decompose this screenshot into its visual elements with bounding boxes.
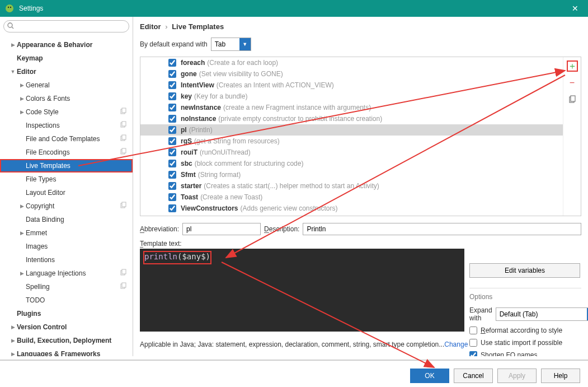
- expand-combo-input[interactable]: [211, 38, 239, 50]
- template-checkbox[interactable]: [168, 126, 176, 134]
- svg-rect-18: [122, 283, 126, 287]
- templates-toolbar: ＋ −: [563, 57, 581, 216]
- tree-item-keymap[interactable]: Keymap: [0, 52, 133, 65]
- tree-item-todo[interactable]: TODO: [0, 293, 133, 307]
- template-checkbox[interactable]: [168, 104, 176, 111]
- tree-item-data-binding[interactable]: Data Binding: [0, 213, 133, 226]
- search-input[interactable]: [3, 20, 129, 32]
- template-checkbox[interactable]: [168, 137, 176, 145]
- template-item-noinstance[interactable]: noInstance (private empty constructor to…: [140, 113, 563, 124]
- template-checkbox[interactable]: [168, 160, 176, 167]
- templates-list[interactable]: foreach (Create a for each loop)gone (Se…: [140, 57, 563, 216]
- tree-item-languages-frameworks[interactable]: ▶Languages & Frameworks: [0, 347, 133, 356]
- template-item-key[interactable]: key (Key for a bundle): [140, 91, 563, 102]
- template-item-toast[interactable]: Toast (Create a new Toast): [140, 192, 563, 203]
- tree-item-editor[interactable]: ▼Editor: [0, 65, 133, 78]
- template-checkbox[interactable]: [168, 171, 176, 179]
- template-checkbox[interactable]: [168, 148, 176, 156]
- tree-arrow-icon: ▶: [18, 203, 26, 209]
- template-item-newinstance[interactable]: newInstance (create a new Fragment insta…: [140, 102, 563, 113]
- template-checkbox[interactable]: [168, 182, 176, 190]
- fields-row: Abbreviation: Description:: [133, 216, 588, 237]
- remove-icon[interactable]: −: [567, 77, 578, 88]
- tree-item-language-injections[interactable]: ▶Language Injections: [0, 267, 133, 280]
- template-text-label: emplate text:: [143, 240, 182, 248]
- tree-label: Colors & Fonts: [26, 95, 130, 102]
- static-import-checkbox[interactable]: [469, 339, 477, 347]
- template-item-sbc[interactable]: sbc (block comment for structuring code): [140, 158, 563, 169]
- template-item-intentview[interactable]: IntentView (Creates an Intent with ACTIO…: [140, 80, 563, 91]
- template-desc: (Adds generic view constructors): [240, 204, 337, 212]
- svg-rect-16: [122, 269, 126, 274]
- template-item-rgs[interactable]: rgS (get a String from resources): [140, 136, 563, 147]
- chevron-down-icon[interactable]: ▼: [239, 38, 251, 50]
- button-bar: OK Cancel Apply Help: [0, 360, 588, 387]
- tree-item-appearance-behavior[interactable]: ▶Appearance & Behavior: [0, 38, 133, 52]
- svg-rect-8: [122, 122, 126, 126]
- template-checkbox[interactable]: [168, 115, 176, 123]
- template-item-viewconstructors[interactable]: ViewConstructors (Adds generic view cons…: [140, 203, 563, 214]
- template-code-editor[interactable]: println($any$): [140, 249, 464, 332]
- expand-combo[interactable]: ▼: [211, 38, 251, 51]
- svg-rect-20: [571, 96, 575, 101]
- template-checkbox[interactable]: [168, 92, 176, 100]
- tree-item-file-and-code-templates[interactable]: File and Code Templates: [0, 132, 133, 146]
- tree-arrow-icon: ▶: [18, 230, 26, 236]
- tree-item-layout-editor[interactable]: Layout Editor: [0, 186, 133, 199]
- template-item-rouit[interactable]: rouiT (runOnUiThread): [140, 147, 563, 158]
- tree-label: Language Injections: [26, 269, 120, 277]
- tree-label: Intentions: [26, 256, 130, 264]
- copy-icon[interactable]: [567, 94, 578, 105]
- tree-item-images[interactable]: Images: [0, 240, 133, 253]
- svg-point-2: [10, 7, 11, 8]
- tree-item-file-encodings[interactable]: File Encodings: [0, 146, 133, 159]
- abbreviation-input[interactable]: [182, 223, 261, 235]
- template-item-pl[interactable]: pl (Println): [140, 124, 563, 136]
- add-icon[interactable]: ＋: [567, 60, 578, 72]
- tree-item-file-types[interactable]: File Types: [0, 172, 133, 186]
- tree-item-version-control[interactable]: ▶Version Control: [0, 320, 133, 334]
- template-checkbox[interactable]: [168, 204, 176, 212]
- template-item-starter[interactable]: starter (Creates a static start(...) hel…: [140, 180, 563, 192]
- tree-item-plugins[interactable]: Plugins: [0, 307, 133, 320]
- tree-item-general[interactable]: ▶General: [0, 78, 133, 92]
- shorten-fq-checkbox[interactable]: [469, 351, 477, 356]
- tree-arrow-icon: ▶: [18, 271, 26, 276]
- tree-item-intentions[interactable]: Intentions: [0, 253, 133, 267]
- tree-item-build-execution-deployment[interactable]: ▶Build, Execution, Deployment: [0, 334, 133, 347]
- cancel-button[interactable]: Cancel: [454, 369, 493, 383]
- reformat-label: Reformat according to style: [481, 327, 562, 334]
- editor-right-panel: Edit variables Options Expand with ▼ Ref…: [469, 263, 581, 356]
- reformat-checkbox[interactable]: [469, 327, 477, 334]
- change-link[interactable]: Change: [444, 341, 468, 348]
- template-checkbox[interactable]: [168, 59, 176, 67]
- tree-item-code-style[interactable]: ▶Code Style: [0, 105, 133, 119]
- template-item-sfmt[interactable]: Sfmt (String format): [140, 169, 563, 180]
- template-name: rouiT: [181, 148, 197, 156]
- edit-variables-button[interactable]: Edit variables: [469, 263, 580, 278]
- tree-item-spelling[interactable]: Spelling: [0, 280, 133, 293]
- template-item-foreach[interactable]: foreach (Create a for each loop): [140, 57, 563, 68]
- tree-item-emmet[interactable]: ▶Emmet: [0, 226, 133, 240]
- shorten-fq-label: Shorten FQ names: [481, 351, 537, 356]
- tree-arrow-icon: ▶: [18, 96, 26, 101]
- template-name: pl: [181, 126, 187, 134]
- template-checkbox[interactable]: [168, 70, 176, 78]
- template-checkbox[interactable]: [168, 81, 176, 89]
- close-icon[interactable]: ✕: [567, 4, 584, 13]
- template-item-gone[interactable]: gone (Set view visibility to GONE): [140, 68, 563, 80]
- expand-with-combo[interactable]: ▼: [496, 307, 588, 321]
- tree-item-colors-fonts[interactable]: ▶Colors & Fonts: [0, 92, 133, 105]
- help-button[interactable]: Help: [541, 369, 580, 383]
- copy-indicator-icon: [120, 134, 127, 143]
- ok-button[interactable]: OK: [410, 369, 449, 383]
- template-desc: (get a String from resources): [194, 137, 280, 145]
- description-input[interactable]: [303, 223, 581, 235]
- template-checkbox[interactable]: [168, 193, 176, 201]
- template-name: gone: [181, 70, 197, 78]
- tree-item-inspections[interactable]: Inspections: [0, 119, 133, 132]
- apply-button[interactable]: Apply: [497, 369, 537, 383]
- tree-item-live-templates[interactable]: Live Templates: [0, 159, 133, 172]
- tree-item-copyright[interactable]: ▶Copyright: [0, 199, 133, 213]
- svg-rect-10: [122, 135, 126, 139]
